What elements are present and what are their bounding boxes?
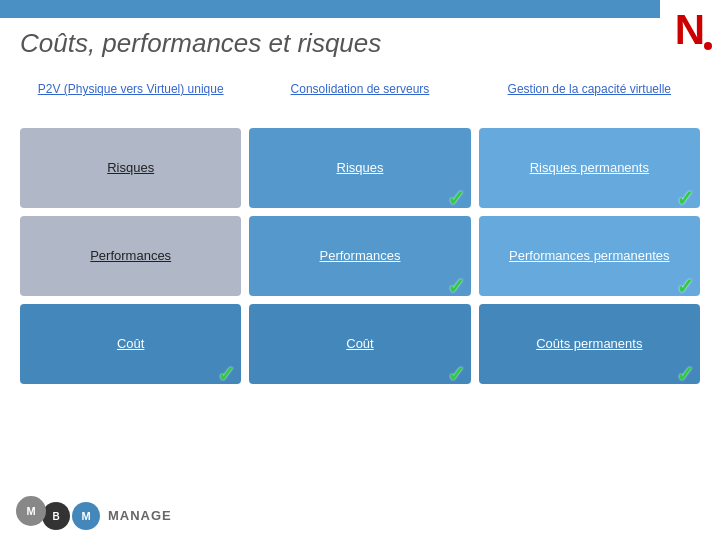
col-header-2-link[interactable]: Consolidation de serveurs <box>291 82 430 96</box>
cell-risques-3[interactable]: Risques permanents ✓ <box>479 128 700 208</box>
badges-group: M B M <box>10 500 100 530</box>
perf-1-link[interactable]: Performances <box>90 248 171 263</box>
risques-3-link[interactable]: Risques permanents <box>530 160 649 175</box>
top-bar <box>0 0 660 18</box>
cell-perf-2-text: Performances <box>320 248 401 265</box>
col-header-3[interactable]: Gestion de la capacité virtuelle <box>479 82 700 98</box>
badge-blue: M <box>72 502 100 530</box>
col-header-1-link[interactable]: P2V (Physique vers Virtuel) unique <box>38 82 224 96</box>
col-header-2[interactable]: Consolidation de serveurs <box>249 82 470 98</box>
cout-3-link[interactable]: Coûts permanents <box>536 336 642 351</box>
checkmark-perf-2: ✓ <box>447 274 465 300</box>
cell-cout-1-text: Coût <box>117 336 144 353</box>
checkmark-risques-2: ✓ <box>447 186 465 212</box>
logo-letter: N <box>675 9 705 51</box>
cell-risques-3-text: Risques permanents <box>530 160 649 177</box>
cell-perf-2[interactable]: Performances ✓ <box>249 216 470 296</box>
cell-cout-3[interactable]: Coûts permanents ✓ <box>479 304 700 384</box>
cell-risques-1[interactable]: Risques <box>20 128 241 208</box>
col-header-1[interactable]: P2V (Physique vers Virtuel) unique <box>20 82 241 98</box>
cell-perf-1[interactable]: Performances <box>20 216 241 296</box>
cell-cout-1[interactable]: Coût ✓ <box>20 304 241 384</box>
main-grid: Risques Risques ✓ Risques permanents ✓ P… <box>20 128 700 384</box>
cell-perf-3-text: Performances permanentes <box>509 248 669 265</box>
cout-1-link[interactable]: Coût <box>117 336 144 351</box>
checkmark-cout-3: ✓ <box>676 362 694 388</box>
perf-2-link[interactable]: Performances <box>320 248 401 263</box>
risques-2-link[interactable]: Risques <box>337 160 384 175</box>
manage-label: MANAGE <box>108 508 172 523</box>
badge-b: B <box>42 502 70 530</box>
row-performances: Performances Performances ✓ Performances… <box>20 216 700 296</box>
cell-risques-1-text: Risques <box>107 160 154 177</box>
checkmark-risques-3: ✓ <box>676 186 694 212</box>
cell-risques-2[interactable]: Risques ✓ <box>249 128 470 208</box>
cell-perf-3[interactable]: Performances permanentes ✓ <box>479 216 700 296</box>
perf-3-link[interactable]: Performances permanentes <box>509 248 669 263</box>
badge-m-top: M <box>16 496 46 526</box>
cell-cout-2-text: Coût <box>346 336 373 353</box>
cell-cout-3-text: Coûts permanents <box>536 336 642 353</box>
page-title: Coûts, performances et risques <box>20 28 381 59</box>
logo-area: N <box>660 0 720 60</box>
checkmark-cout-1: ✓ <box>217 362 235 388</box>
cell-perf-1-text: Performances <box>90 248 171 265</box>
cell-cout-2[interactable]: Coût ✓ <box>249 304 470 384</box>
row-cout: Coût ✓ Coût ✓ Coûts permanents ✓ <box>20 304 700 384</box>
risques-1-link[interactable]: Risques <box>107 160 154 175</box>
checkmark-cout-2: ✓ <box>447 362 465 388</box>
logo-dot <box>704 42 712 50</box>
cout-2-link[interactable]: Coût <box>346 336 373 351</box>
cell-risques-2-text: Risques <box>337 160 384 177</box>
footer-area: M B M MANAGE <box>10 500 172 530</box>
row-risques: Risques Risques ✓ Risques permanents ✓ <box>20 128 700 208</box>
col-header-3-link[interactable]: Gestion de la capacité virtuelle <box>508 82 671 96</box>
checkmark-perf-3: ✓ <box>676 274 694 300</box>
column-headers: P2V (Physique vers Virtuel) unique Conso… <box>20 82 700 98</box>
